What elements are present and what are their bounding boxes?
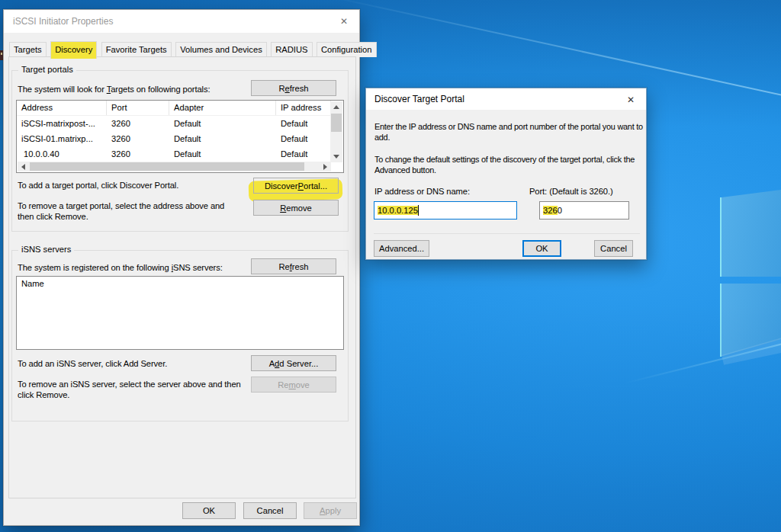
horizontal-scrollbar[interactable] xyxy=(18,162,331,171)
windows-logo-upper-pane-edge xyxy=(720,197,722,277)
dialog-title: Discover Target Portal xyxy=(374,94,464,104)
ip-address-input[interactable]: 10.0.0.125 xyxy=(374,201,517,220)
column-header-ip-address[interactable]: IP address xyxy=(276,101,331,115)
cell-port: 3260 xyxy=(107,146,169,162)
isns-servers-group-label: iSNS servers xyxy=(18,245,74,254)
tab-radius[interactable]: RADIUS xyxy=(271,42,312,57)
close-icon[interactable]: ✕ xyxy=(619,91,642,107)
cell-ip: Default xyxy=(276,131,331,146)
scroll-left-icon[interactable] xyxy=(18,162,29,171)
cell-port: 3260 xyxy=(107,116,169,131)
add-portal-hint: To add a target portal, click Discover P… xyxy=(18,181,178,191)
cell-address: iSCSI-matrixpost-... xyxy=(17,116,107,131)
discover-portal-marker: Discover Portal... xyxy=(253,178,339,194)
dialog-cancel-button[interactable]: Cancel xyxy=(594,240,633,257)
remove-portal-hint: To remove a target portal, select the ad… xyxy=(18,201,243,222)
remove-isns-button[interactable]: Remove xyxy=(251,377,336,393)
ip-address-label: IP address or DNS name: xyxy=(374,187,470,196)
port-input[interactable]: 3260 xyxy=(539,201,629,220)
windows-logo-lower-pane-edge xyxy=(720,284,722,357)
cell-port: 3260 xyxy=(107,131,169,146)
cell-address: iSCSI-01.matrixp... xyxy=(17,131,107,146)
iscsi-initiator-properties-window: iSCSI Initiator Properties ✕ Targets Dis… xyxy=(3,9,360,526)
add-isns-hint: To add an iSNS server, click Add Server. xyxy=(18,359,167,370)
discover-portal-button[interactable]: Discover Portal... xyxy=(253,178,339,194)
dialog-instructions-2: To change the default settings of the di… xyxy=(374,154,646,175)
target-portals-table[interactable]: AddressPortAdapterIP address iSCSI-matri… xyxy=(16,100,344,173)
target-portals-group-label: Target portals xyxy=(18,65,76,74)
column-header-port[interactable]: Port xyxy=(107,101,169,115)
vertical-scrollbar[interactable] xyxy=(330,101,342,162)
vertical-scroll-thumb[interactable] xyxy=(331,114,342,132)
text-caret xyxy=(418,205,419,216)
cell-adapter: Default xyxy=(169,116,276,131)
table-row[interactable]: iSCSI-01.matrixp...3260DefaultDefault xyxy=(17,131,331,146)
isns-servers-list[interactable]: Name xyxy=(16,276,344,350)
wallpaper-floor-line xyxy=(624,340,781,384)
tab-favorite-targets[interactable]: Favorite Targets xyxy=(101,42,172,57)
dialog-separator xyxy=(374,233,640,234)
tab-configuration[interactable]: Configuration xyxy=(317,42,377,57)
discover-target-portal-dialog: Discover Target Portal ✕ Enter the IP ad… xyxy=(365,88,647,260)
ip-value-highlighted: 10.0.0.125 xyxy=(378,206,418,215)
tab-discovery[interactable]: Discovery xyxy=(50,41,97,59)
dialog-ok-button[interactable]: OK xyxy=(522,240,561,257)
cell-ip: Default xyxy=(276,146,331,162)
remove-isns-hint: To remove an iSNS server, select the ser… xyxy=(18,380,243,400)
windows-logo-reflection xyxy=(722,335,781,367)
desktop-screen: iSCSI Initiator Properties ✕ Targets Dis… xyxy=(0,0,781,532)
table-row[interactable]: 10.0.0.403260DefaultDefault xyxy=(17,146,331,162)
port-value-rest: 0 xyxy=(558,206,562,215)
column-header-address[interactable]: Address xyxy=(17,101,107,115)
cancel-button[interactable]: Cancel xyxy=(243,502,297,519)
tab-volumes-and-devices[interactable]: Volumes and Devices xyxy=(175,42,267,57)
advanced-button[interactable]: Advanced... xyxy=(374,240,429,257)
tab-targets[interactable]: Targets xyxy=(9,42,47,57)
horizontal-scroll-thumb[interactable] xyxy=(30,162,304,171)
tab-strip: Targets Discovery Favorite Targets Volum… xyxy=(9,41,378,57)
table-row[interactable]: iSCSI-matrixpost-...3260DefaultDefault xyxy=(17,116,331,131)
refresh-portals-button[interactable]: Refresh xyxy=(251,80,336,96)
cell-adapter: Default xyxy=(169,131,276,146)
target-portals-description: The system will look for Targets on foll… xyxy=(18,85,210,95)
ok-button[interactable]: OK xyxy=(182,502,236,519)
remove-portal-button[interactable]: Remove xyxy=(253,200,339,216)
cell-address: 10.0.0.40 xyxy=(17,146,107,162)
windows-logo-upper-pane xyxy=(720,190,781,277)
scroll-up-icon[interactable] xyxy=(330,101,342,113)
dialog-instructions-1: Enter the IP address or DNS name and por… xyxy=(374,121,646,143)
table-header-row: AddressPortAdapterIP address xyxy=(17,101,331,116)
scroll-right-icon[interactable] xyxy=(320,162,331,171)
close-icon[interactable]: ✕ xyxy=(333,13,355,29)
column-header-adapter[interactable]: Adapter xyxy=(169,101,276,115)
cell-ip: Default xyxy=(276,116,331,131)
wallpaper-light-beam xyxy=(328,0,781,101)
port-label: Port: (Default is 3260.) xyxy=(529,187,613,196)
isns-description: The system is registered on the followin… xyxy=(18,263,223,274)
cell-adapter: Default xyxy=(169,146,276,162)
refresh-isns-button[interactable]: Refresh xyxy=(251,258,336,274)
apply-button[interactable]: Apply xyxy=(304,502,357,519)
port-value-highlighted: 326 xyxy=(543,206,558,215)
isns-list-header-name: Name xyxy=(21,279,44,288)
window-title: iSCSI Initiator Properties xyxy=(13,16,113,27)
scroll-down-icon[interactable] xyxy=(330,151,342,162)
add-server-button[interactable]: Add Server... xyxy=(251,355,336,371)
windows-logo-lower-pane xyxy=(720,284,781,357)
